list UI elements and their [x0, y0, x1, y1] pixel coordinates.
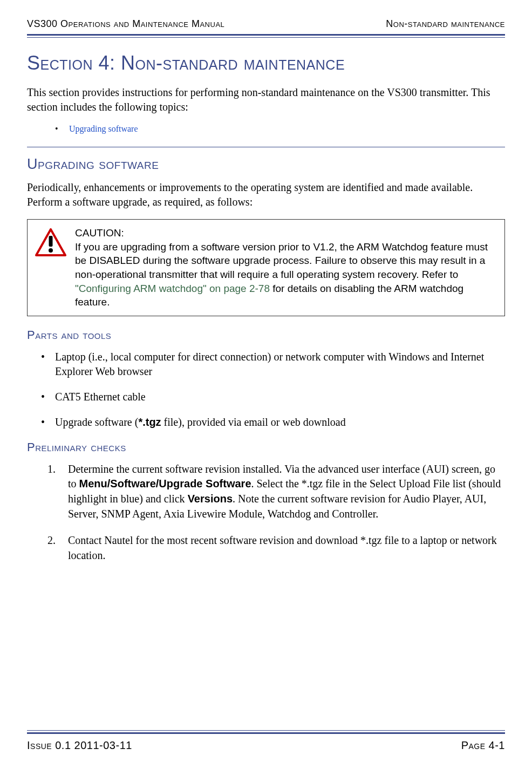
- list-item: CAT5 Ethernet cable: [55, 390, 505, 404]
- header-rule: [27, 34, 505, 38]
- list-item: Determine the current software revision …: [68, 462, 505, 521]
- section-title: Section 4: Non-standard maintenance: [27, 52, 505, 74]
- svg-rect-1: [49, 236, 53, 247]
- page-header: VS300 Operations and Maintenance Manual …: [27, 18, 505, 34]
- intro-paragraph: This section provides instructions for p…: [27, 85, 505, 114]
- preliminary-checks-list: Determine the current software revision …: [27, 462, 505, 563]
- svg-point-2: [49, 248, 53, 253]
- footer-page-number: Page 4-1: [461, 739, 505, 752]
- file-ext: *.tgz: [138, 416, 161, 428]
- toc-link-upgrading-software[interactable]: Upgrading software: [69, 124, 138, 133]
- caution-icon: [35, 228, 66, 256]
- list-item: Laptop (i.e., local computer for direct …: [55, 350, 505, 379]
- header-left: VS300 Operations and Maintenance Manual: [27, 18, 224, 30]
- menu-path: Menu/Software/Upgrade Software: [79, 478, 251, 489]
- heading-preliminary-checks: Preliminary checks: [27, 440, 505, 454]
- caution-xref-link[interactable]: "Configuring ARM watchdog" on page 2-78: [75, 283, 270, 294]
- button-name: Versions: [188, 493, 233, 505]
- upgrading-intro: Periodically, enhancements or improvemen…: [27, 180, 505, 209]
- toc-list: Upgrading software: [27, 124, 505, 134]
- parts-list: Laptop (i.e., local computer for direct …: [27, 350, 505, 430]
- caution-text: CAUTION: If you are upgrading from a sof…: [75, 226, 497, 309]
- list-item: Upgrade software (*.tgz file), provided …: [55, 415, 505, 430]
- caution-box: CAUTION: If you are upgrading from a sof…: [27, 219, 505, 316]
- list-item: Contact Nautel for the most recent softw…: [68, 533, 505, 563]
- header-right: Non-standard maintenance: [386, 18, 505, 30]
- page-footer: Issue 0.1 2011-03-11 Page 4-1: [27, 730, 505, 752]
- toc-item: Upgrading software: [55, 124, 505, 134]
- section-number: Section 4:: [27, 52, 121, 74]
- heading-upgrading-software: Upgrading software: [27, 156, 505, 173]
- footer-rule: [27, 730, 505, 734]
- caution-body-before: If you are upgrading from a software ver…: [75, 241, 488, 280]
- section-divider: [27, 147, 505, 147]
- heading-parts-and-tools: Parts and tools: [27, 328, 505, 342]
- caution-label: CAUTION:: [75, 227, 124, 239]
- section-name: Non-standard maintenance: [121, 52, 345, 74]
- footer-issue-date: Issue 0.1 2011-03-11: [27, 739, 132, 752]
